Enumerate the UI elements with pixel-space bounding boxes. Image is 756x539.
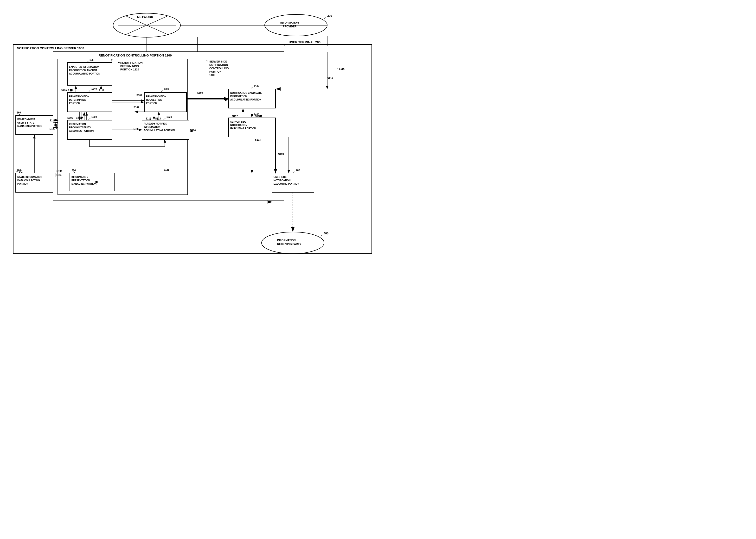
svg-text:S104: S104 [56,170,62,172]
svg-text:NETWORK: NETWORK [137,15,153,19]
svg-text:PORTION 1220: PORTION 1220 [120,68,139,71]
svg-text:S110: S110 [68,89,74,92]
svg-text:EXECUTING PORTION: EXECUTING PORTION [274,183,299,185]
svg-text:NOTIFICATION: NOTIFICATION [209,63,228,66]
svg-text:ACCUMULATING PORTION: ACCUMULATING PORTION [230,98,261,101]
svg-text:1240: 1240 [91,88,97,90]
svg-text:S115a: S115a [16,171,23,174]
svg-text:1420: 1420 [254,84,259,87]
svg-text:ENVIRONMENT: ENVIRONMENT [17,118,35,121]
svg-text:~S103: ~S103 [277,153,284,156]
svg-text:ASSUMING PORTION: ASSUMING PORTION [69,129,94,132]
svg-text:S111: S111 [99,89,104,92]
svg-text:1400: 1400 [209,74,215,76]
svg-text:USER TERMINAL 200: USER TERMINAL 200 [289,40,321,44]
svg-text:202: 202 [296,169,300,172]
svg-text:MANAGING PORTION: MANAGING PORTION [71,183,96,185]
svg-text:S120: S120 [49,128,55,130]
svg-text:S109: S109 [61,89,67,92]
svg-text:RENOTIFICATION CONTROLLING POR: RENOTIFICATION CONTROLLING PORTION 1200 [99,54,172,57]
svg-text:ALREADY NOTIFIED: ALREADY NOTIFIED [143,122,167,125]
diagram-container: NOTIFICATION CONTROLLING SERVER 1000 USE… [0,0,378,270]
svg-text:S101: S101 [137,94,142,97]
svg-text:ACCUMULATING PORTION: ACCUMULATING PORTION [69,72,100,75]
svg-text:PORTION: PORTION [69,102,80,105]
svg-text:INFORMATION: INFORMATION [280,21,299,24]
svg-text:S117: S117 [232,115,238,117]
svg-text:INFORMATION: INFORMATION [230,95,247,98]
svg-text:CONTROLLING: CONTROLLING [209,67,229,70]
svg-text:S121: S121 [164,169,169,171]
svg-text:S118: S118 [255,115,261,117]
svg-text:MANAGING PORTION: MANAGING PORTION [17,125,42,127]
svg-text:EXPECTED INFORMATION: EXPECTED INFORMATION [69,66,99,68]
svg-text:S106: S106 [76,116,82,119]
svg-text:~ S116: ~ S116 [337,68,344,70]
svg-text:INFORMATION: INFORMATION [69,123,86,125]
svg-text:S105: S105 [67,116,73,119]
svg-text:DATA COLLECTING: DATA COLLECTING [17,179,40,182]
svg-text:S119: S119 [49,119,55,122]
svg-text:S116: S116 [327,77,333,80]
svg-text:USER SIDE: USER SIDE [274,176,287,178]
svg-text:DETERMINING: DETERMINING [69,99,86,101]
svg-text:SERVER SIDE: SERVER SIDE [230,120,246,123]
svg-text:RECEIVING PARTY: RECEIVING PARTY [277,243,302,246]
svg-text:300: 300 [327,14,332,18]
svg-text:S107: S107 [134,106,139,109]
svg-text:REQUESTING: REQUESTING [146,99,162,101]
svg-text:NOTIFICATION: NOTIFICATION [230,124,247,126]
diagram-svg: NOTIFICATION CONTROLLING SERVER 1000 USE… [0,0,378,270]
svg-text:PORTION: PORTION [17,183,28,185]
svg-text:1320: 1320 [166,116,172,118]
svg-text:NOTIFICATION CANDIDATE: NOTIFICATION CANDIDATE [230,92,262,94]
svg-text:1260: 1260 [91,116,97,118]
svg-text:NOTIFICATION CONTROLLING SERVE: NOTIFICATION CONTROLLING SERVER 1000 [17,46,84,50]
svg-text:RENOTIFICATION: RENOTIFICATION [69,95,89,98]
svg-text:SERVER SIDE: SERVER SIDE [209,60,227,63]
svg-text:RENOTIFICATION: RENOTIFICATION [120,61,143,64]
svg-text:USER'S STATE: USER'S STATE [17,121,35,124]
svg-text:160: 160 [17,111,21,114]
svg-text:PORTION: PORTION [146,102,157,105]
svg-text:S113: S113 [155,117,161,120]
svg-text:S104: S104 [56,174,61,177]
svg-text:PRESENTATION: PRESENTATION [71,179,90,182]
svg-text:INFORMATION: INFORMATION [277,239,296,242]
svg-text:1300: 1300 [164,88,169,90]
svg-text:PORTION: PORTION [209,70,221,73]
svg-text:EXECUTING PORTION: EXECUTING PORTION [230,127,256,130]
svg-text:204: 204 [72,169,76,172]
svg-text:RECOGNITION AMOUNT: RECOGNITION AMOUNT [69,69,97,72]
svg-text:S103: S103 [255,138,261,141]
svg-text:RENOTIFICATION: RENOTIFICATION [146,95,166,98]
svg-text:DETERMINING: DETERMINING [120,65,139,68]
svg-text:RECOGNIZABILITY: RECOGNIZABILITY [69,126,91,129]
svg-text:S102: S102 [197,92,203,94]
svg-text:NOTIFICATION: NOTIFICATION [274,179,290,182]
svg-text:STATE INFORMATION: STATE INFORMATION [17,176,42,178]
svg-text:INFORMATION: INFORMATION [71,176,88,178]
svg-text:ACCUMULATING PORTION: ACCUMULATING PORTION [143,129,175,132]
svg-text:400: 400 [324,232,329,235]
svg-text:INFORMATION: INFORMATION [143,126,160,128]
